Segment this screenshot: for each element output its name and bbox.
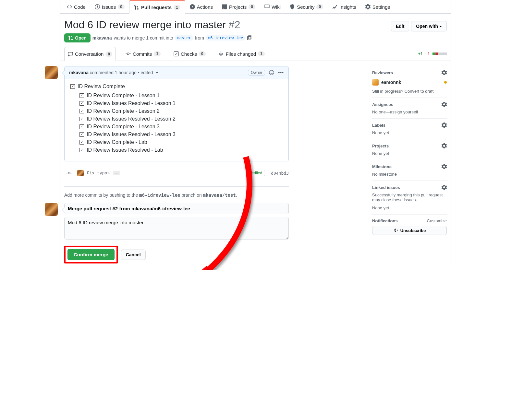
diff-icon xyxy=(219,51,224,56)
reviewer-row[interactable]: eamonnk xyxy=(372,78,447,87)
commit-dot-icon xyxy=(67,170,72,176)
cancel-button[interactable]: Cancel xyxy=(121,250,146,260)
svg-point-11 xyxy=(271,72,271,72)
tab-security-label: Security xyxy=(297,4,314,10)
svg-marker-16 xyxy=(173,267,205,270)
pr-title: Mod 6 ID review merge into master #2 xyxy=(64,19,240,31)
edited-dropdown[interactable] xyxy=(154,70,158,75)
tab-wiki[interactable]: Wiki xyxy=(260,0,285,13)
tab-checks[interactable]: Checks 0 xyxy=(170,47,209,61)
issue-icon xyxy=(95,4,100,9)
pr-tabs: Conversation 0 Commits 1 Checks 0 Files … xyxy=(60,47,451,61)
linked-none: None yet xyxy=(372,205,447,210)
svg-point-10 xyxy=(269,70,274,75)
kebab-icon[interactable]: ••• xyxy=(278,70,284,75)
task-item: ✓ID Review Complete - Lesson 2 xyxy=(79,107,283,115)
comment: mkavana commented 1 hour ago • edited Ow… xyxy=(64,66,289,161)
checkbox-icon[interactable]: ✓ xyxy=(79,148,84,152)
svg-rect-3 xyxy=(248,37,250,40)
head-branch[interactable]: m6-idreview-lee xyxy=(206,35,245,41)
task-root: ✓ID Review Complete xyxy=(70,83,283,90)
unsubscribe-button[interactable]: Unsubscribe xyxy=(372,226,447,235)
copy-icon[interactable] xyxy=(247,35,252,41)
pr-number: #2 xyxy=(229,19,240,30)
wiki-icon xyxy=(264,4,270,9)
tab-conversation[interactable]: Conversation 0 xyxy=(64,47,116,61)
projects-none: None yet xyxy=(372,151,447,156)
avatar[interactable] xyxy=(77,170,84,176)
commit-sha[interactable]: d044bd3 xyxy=(271,171,289,176)
checks-icon xyxy=(174,51,179,56)
pr-state-badge: Open xyxy=(64,33,91,42)
convert-draft-link[interactable]: Still in progress? Convert to draft xyxy=(372,89,447,94)
checkbox-icon[interactable]: ✓ xyxy=(79,140,84,145)
milestone-heading: Milestone xyxy=(372,164,392,169)
checkbox-icon[interactable]: ✓ xyxy=(79,93,84,98)
gear-icon[interactable] xyxy=(442,185,447,190)
task-item: ✓ID Review Complete - Lesson 1 xyxy=(79,92,283,99)
tab-security[interactable]: Security 0 xyxy=(285,0,328,13)
merge-desc-textarea[interactable] xyxy=(64,217,289,239)
notifications-heading: Notifications xyxy=(372,218,398,223)
svg-rect-2 xyxy=(225,5,225,7)
task-item: ✓ID Review Complete - Lesson 3 xyxy=(79,123,283,131)
verified-badge[interactable]: Verified xyxy=(246,170,265,176)
merge-form: Confirm merge Cancel xyxy=(64,203,289,263)
customize-link[interactable]: Customize xyxy=(427,218,447,223)
svg-rect-9 xyxy=(219,53,223,54)
tab-issues[interactable]: Issues 0 xyxy=(90,0,129,13)
checkbox-icon[interactable]: ✓ xyxy=(79,124,84,129)
avatar[interactable] xyxy=(45,203,58,216)
tab-insights[interactable]: Insights xyxy=(328,0,361,13)
confirm-merge-button[interactable]: Confirm merge xyxy=(67,249,115,260)
assignees-none[interactable]: No one—assign yourself xyxy=(372,110,447,114)
labels-none: None yet xyxy=(372,130,447,135)
projects-heading: Projects xyxy=(372,144,389,148)
tab-insights-label: Insights xyxy=(339,4,356,10)
tab-projects-label: Projects xyxy=(229,4,247,10)
owner-badge: Owner xyxy=(248,70,265,76)
tab-code-label: Code xyxy=(74,4,86,10)
checkbox-icon[interactable]: ✓ xyxy=(79,101,84,106)
pr-author[interactable]: mkavana xyxy=(92,35,112,41)
code-icon xyxy=(67,4,72,9)
tab-code[interactable]: Code xyxy=(62,0,90,13)
mute-icon xyxy=(393,228,398,233)
tab-commits[interactable]: Commits 1 xyxy=(122,47,164,61)
checkbox-icon[interactable]: ✓ xyxy=(79,109,84,113)
tab-settings-label: Settings xyxy=(372,4,390,10)
assignees-heading: Assignees xyxy=(372,102,393,107)
gear-icon[interactable] xyxy=(442,164,447,169)
checkbox-icon[interactable]: ✓ xyxy=(70,84,75,89)
gear-icon[interactable] xyxy=(442,122,447,128)
smiley-icon[interactable] xyxy=(269,70,274,75)
tab-actions[interactable]: Actions xyxy=(185,0,217,13)
tab-files[interactable]: Files changed 1 xyxy=(215,47,268,61)
ellipsis-button[interactable]: … xyxy=(113,171,120,175)
tab-pulls[interactable]: Pull requests 1 xyxy=(129,0,185,14)
checkbox-icon[interactable]: ✓ xyxy=(79,117,84,121)
issues-count: 0 xyxy=(118,4,125,9)
tab-issues-label: Issues xyxy=(102,4,116,10)
commit-message[interactable]: Fix typos xyxy=(87,171,110,176)
gear-icon[interactable] xyxy=(442,70,447,75)
task-item: ✓ID Review Complete - Lab xyxy=(79,138,283,146)
tab-projects[interactable]: Projects 0 xyxy=(217,0,260,13)
svg-rect-1 xyxy=(223,5,224,8)
edit-button[interactable]: Edit xyxy=(391,21,409,31)
pending-dot-icon xyxy=(444,81,447,84)
push-hint: Add more commits by pushing to the m6-id… xyxy=(64,191,289,203)
open-with-button[interactable]: Open with xyxy=(411,21,447,31)
gear-icon[interactable] xyxy=(442,143,447,148)
avatar xyxy=(372,79,379,86)
avatar[interactable] xyxy=(45,66,58,79)
tab-settings[interactable]: Settings xyxy=(361,0,395,13)
pr-icon xyxy=(134,5,139,10)
task-item: ✓ID Review Issues Resolved - Lab xyxy=(79,146,283,154)
comment-author[interactable]: mkavana xyxy=(69,70,89,75)
gear-icon[interactable] xyxy=(442,102,447,107)
checkbox-icon[interactable]: ✓ xyxy=(79,132,84,137)
milestone-none: No milestone xyxy=(372,172,447,177)
base-branch[interactable]: master xyxy=(175,35,193,41)
merge-title-input[interactable] xyxy=(64,203,289,214)
